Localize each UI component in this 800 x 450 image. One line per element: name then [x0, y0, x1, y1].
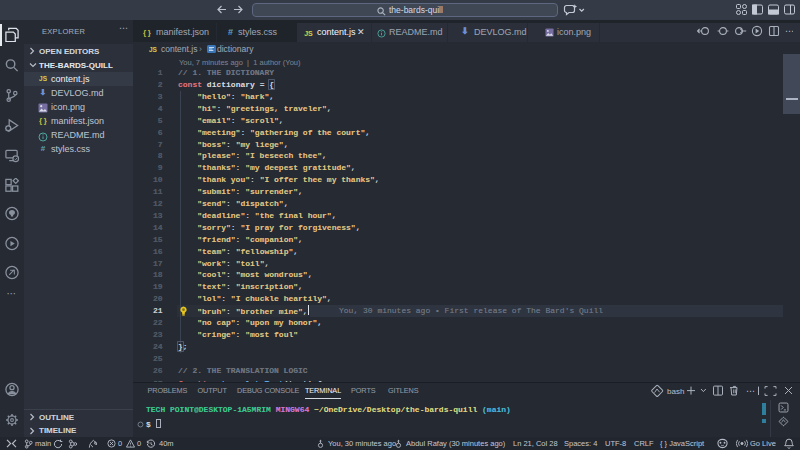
svg-text:bash: bash [667, 387, 684, 396]
svg-text:⋯: ⋯ [785, 26, 793, 36]
svg-text:⋯: ⋯ [746, 385, 755, 395]
